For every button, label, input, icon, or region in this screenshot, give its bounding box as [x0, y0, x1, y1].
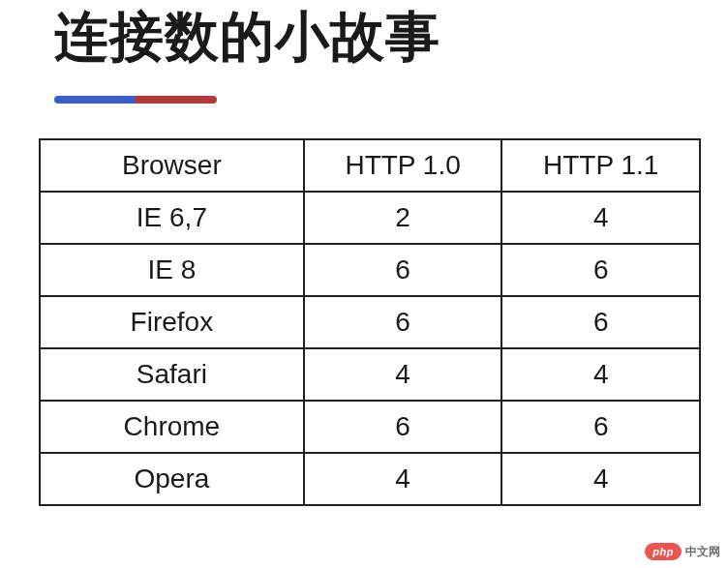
page-title: 连接数的小故事: [54, 0, 728, 69]
watermark: php 中文网: [645, 543, 720, 560]
cell-http11: 4: [501, 348, 700, 401]
watermark-badge: php: [645, 543, 682, 560]
table-row: Firefox 6 6: [40, 296, 700, 348]
col-header-http11: HTTP 1.1: [501, 139, 700, 192]
title-underline: [54, 96, 217, 104]
table-row: IE 6,7 2 4: [40, 192, 700, 244]
cell-browser: Safari: [40, 348, 304, 401]
cell-http10: 4: [304, 348, 502, 401]
cell-browser: IE 6,7: [40, 192, 304, 244]
cell-http11: 4: [501, 192, 700, 244]
table-header-row: Browser HTTP 1.0 HTTP 1.1: [40, 139, 700, 192]
cell-http10: 6: [304, 401, 502, 453]
col-header-http10: HTTP 1.0: [304, 139, 502, 192]
connections-table: Browser HTTP 1.0 HTTP 1.1 IE 6,7 2 4 IE …: [39, 138, 701, 506]
cell-http10: 2: [304, 192, 502, 244]
underline-red-segment: [136, 96, 217, 104]
cell-http10: 4: [304, 453, 502, 505]
col-header-browser: Browser: [40, 139, 304, 192]
table-row: IE 8 6 6: [40, 244, 700, 296]
connections-table-wrap: Browser HTTP 1.0 HTTP 1.1 IE 6,7 2 4 IE …: [39, 138, 701, 506]
cell-browser: Chrome: [40, 401, 304, 453]
table-row: Chrome 6 6: [40, 401, 700, 453]
table-row: Opera 4 4: [40, 453, 700, 505]
cell-http11: 6: [501, 401, 700, 453]
cell-browser: IE 8: [40, 244, 304, 296]
watermark-text: 中文网: [685, 544, 720, 560]
cell-browser: Opera: [40, 453, 304, 505]
table-row: Safari 4 4: [40, 348, 700, 401]
cell-http11: 4: [501, 453, 700, 505]
cell-http10: 6: [304, 244, 502, 296]
cell-http11: 6: [501, 244, 700, 296]
underline-blue-segment: [54, 96, 136, 104]
cell-http11: 6: [501, 296, 700, 348]
cell-browser: Firefox: [40, 296, 304, 348]
cell-http10: 6: [304, 296, 502, 348]
